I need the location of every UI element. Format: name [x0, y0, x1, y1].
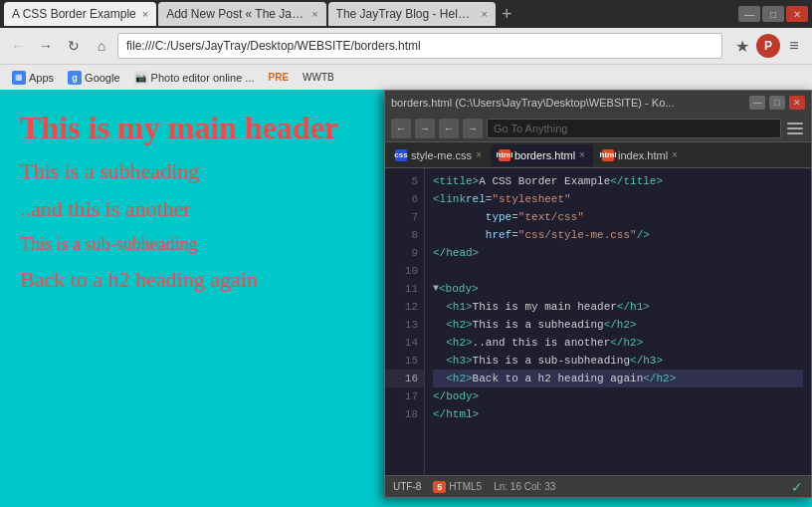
bookmark-pre[interactable]: PRE [265, 70, 294, 85]
forward-button[interactable]: → [34, 34, 58, 58]
line-numbers: 5 6 7 8 9 10 11 12 13 14 15 16 17 18 [385, 168, 425, 475]
editor-title: borders.html (C:\Users\JayTray\Desktop\W… [391, 97, 745, 109]
star-button[interactable]: ★ [730, 34, 754, 58]
url-bar[interactable]: file:///C:/Users/JayTray/Desktop/WEBSITE… [117, 33, 722, 59]
line-num-6: 6 [385, 190, 424, 208]
line-num-12: 12 [385, 298, 424, 316]
editor-close[interactable]: ✕ [789, 96, 805, 110]
editor-tab-index-close[interactable]: × [672, 149, 678, 160]
bookmark-photo-label: Photo editor online ... [151, 72, 255, 84]
html2-icon: html [602, 149, 614, 161]
line-num-9: 9 [385, 244, 424, 262]
home-button[interactable]: ⌂ [90, 34, 113, 58]
tab-3-label: The JayTray Blog - Helpin... [336, 7, 476, 21]
editor-navbar: ← → ← → Go To Anything [385, 115, 811, 142]
code-line-7: type = "text/css" [433, 208, 803, 226]
apps-icon: ▦ [12, 71, 26, 85]
status-check: ✓ [791, 479, 803, 495]
code-line-13: <h2>This is a subheading</h2> [433, 316, 803, 334]
editor-panel: borders.html (C:\Users\JayTray\Desktop\W… [384, 90, 812, 498]
editor-goto-bar[interactable]: Go To Anything [487, 119, 781, 138]
line-num-11: 11 [385, 280, 424, 298]
editor-forward-button[interactable]: → [415, 119, 435, 138]
maximize-button[interactable]: □ [762, 6, 784, 22]
code-line-10 [433, 262, 803, 280]
url-text: file:///C:/Users/JayTray/Desktop/WEBSITE… [126, 39, 421, 53]
line-num-16: 16 [385, 370, 424, 387]
editor-tab-index[interactable]: html index.html × [594, 144, 686, 166]
window-controls: — □ ✕ [738, 6, 808, 22]
code-line-6: <link rel = "stylesheet" [433, 190, 803, 208]
editor-statusbar: UTF-8 5 HTML5 Ln: 16 Col: 33 ✓ [385, 475, 811, 497]
nav-bar: ← → ↻ ⌂ file:///C:/Users/JayTray/Desktop… [0, 28, 812, 64]
status-type: HTML5 [449, 481, 482, 492]
editor-tab-css[interactable]: css style-me.css × [387, 144, 490, 166]
code-line-18: </html> [433, 405, 803, 423]
line-num-18: 18 [385, 405, 424, 423]
editor-tab-index-label: index.html [618, 149, 668, 161]
html5-badge: 5 [433, 481, 446, 493]
editor-menu-button[interactable] [785, 119, 805, 138]
browser-window: A CSS Border Example × Add New Post « Th… [0, 0, 812, 507]
minimize-button[interactable]: — [738, 6, 760, 22]
bookmark-google[interactable]: g Google [64, 69, 123, 87]
tab-1-label: A CSS Border Example [12, 7, 136, 21]
status-html5: 5 HTML5 [433, 481, 482, 493]
bookmarks-bar: ▦ Apps g Google 📷 Photo editor online ..… [0, 64, 812, 90]
line-num-13: 13 [385, 316, 424, 334]
menu-button[interactable]: ≡ [782, 34, 806, 58]
editor-minimize[interactable]: — [749, 96, 765, 110]
back-button[interactable]: ← [6, 34, 30, 58]
code-content[interactable]: <title>A CSS Border Example</title> <lin… [425, 168, 811, 475]
css-icon: css [395, 149, 407, 161]
reload-button[interactable]: ↻ [62, 34, 86, 58]
tab-1-close[interactable]: × [142, 8, 148, 20]
bookmark-wwtb-label: WWTB [303, 72, 334, 83]
main-content: This is my main header This is a subhead… [0, 90, 812, 507]
close-button[interactable]: ✕ [786, 6, 808, 22]
tab-2-label: Add New Post « The JayTr... [166, 7, 305, 21]
line-num-8: 8 [385, 226, 424, 244]
editor-tab-css-close[interactable]: × [476, 149, 482, 160]
editor-code-area[interactable]: 5 6 7 8 9 10 11 12 13 14 15 16 17 18 [385, 168, 811, 475]
tab-3[interactable]: The JayTray Blog - Helpin... × [328, 2, 496, 26]
line-num-7: 7 [385, 208, 424, 226]
new-tab-button[interactable]: + [502, 4, 512, 25]
line-num-14: 14 [385, 334, 424, 352]
editor-forward2-button[interactable]: → [463, 119, 483, 138]
code-line-9: </head> [433, 244, 803, 262]
editor-back-button[interactable]: ← [391, 119, 411, 138]
editor-tab-html-label: borders.html [514, 149, 575, 161]
pinterest-button[interactable]: P [756, 34, 780, 58]
editor-tab-html-close[interactable]: × [579, 149, 585, 160]
code-line-14: <h2>..and this is another</h2> [433, 334, 803, 352]
line-num-15: 15 [385, 352, 424, 370]
editor-goto-placeholder: Go To Anything [494, 123, 567, 134]
code-line-15: <h3>This is a sub-subheading</h3> [433, 352, 803, 370]
title-bar: A CSS Border Example × Add New Post « Th… [0, 0, 812, 28]
editor-back2-button[interactable]: ← [439, 119, 459, 138]
bookmark-photo[interactable]: 📷 Photo editor online ... [130, 69, 259, 87]
editor-titlebar: borders.html (C:\Users\JayTray\Desktop\W… [385, 91, 811, 115]
code-line-16: <h2>Back to a h2 heading again</h2> [433, 370, 803, 387]
code-line-5: <title>A CSS Border Example</title> [433, 172, 803, 190]
tab-2-close[interactable]: × [311, 8, 317, 20]
status-position: Ln: 16 Col: 33 [494, 481, 555, 492]
editor-maximize[interactable]: □ [769, 96, 785, 110]
code-line-8: href = "css/style-me.css" /> [433, 226, 803, 244]
html-icon: html [499, 149, 510, 161]
code-line-12: <h1>This is my main header</h1> [433, 298, 803, 316]
tab-2[interactable]: Add New Post « The JayTr... × [158, 2, 325, 26]
status-encoding: UTF-8 [393, 481, 421, 492]
editor-tab-html[interactable]: html borders.html × [491, 144, 593, 166]
editor-tab-css-label: style-me.css [411, 149, 472, 161]
code-line-11: ▼ <body> [433, 280, 803, 298]
bookmark-apps-label: Apps [29, 72, 54, 84]
editor-tabs: css style-me.css × html borders.html × h… [385, 142, 811, 168]
tab-1[interactable]: A CSS Border Example × [4, 2, 156, 26]
bookmark-apps[interactable]: ▦ Apps [8, 69, 58, 87]
photo-icon: 📷 [134, 71, 148, 85]
bookmark-wwtb[interactable]: WWTB [299, 70, 338, 85]
tab-3-close[interactable]: × [482, 8, 488, 20]
line-num-10: 10 [385, 262, 424, 280]
